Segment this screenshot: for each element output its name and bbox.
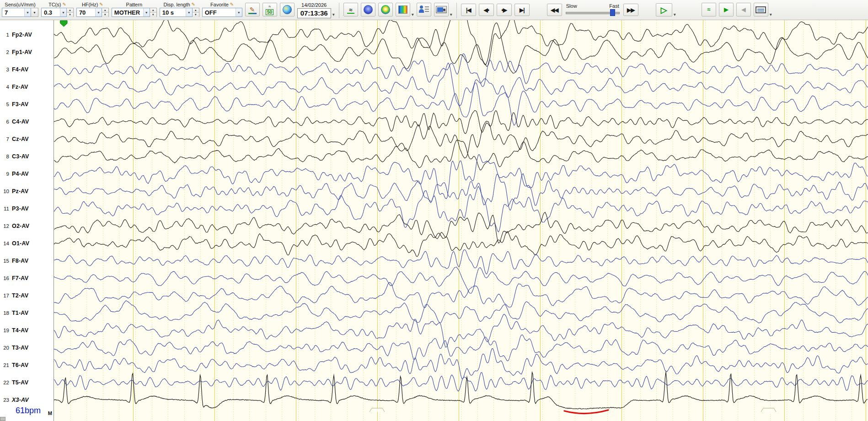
sens-group: Sens(uV/mm) 7 ▼ ▼: [2, 1, 38, 17]
heart-rate-label: 61bpm: [16, 406, 41, 416]
filter-50hz-button[interactable]: ≈ 50: [263, 3, 277, 16]
channel-row[interactable]: 2Fp1-AV: [0, 48, 54, 57]
toolbar-separator: [456, 3, 457, 18]
spin-up-icon[interactable]: ▲: [193, 8, 199, 13]
scrollbar-corner: [0, 417, 5, 421]
edit-pencil-icon: ✎: [62, 2, 66, 7]
channel-label: F7-AV: [12, 275, 28, 281]
favorite-combobox[interactable]: OFF ▼: [202, 8, 242, 17]
channel-row[interactable]: 4Fz-AV: [0, 82, 54, 92]
spin-down-icon[interactable]: ▼: [67, 13, 73, 17]
brain-map-button[interactable]: [361, 3, 375, 16]
channel-row[interactable]: 20T3-AV: [0, 343, 54, 352]
wave-icon: ≈: [268, 5, 271, 9]
more-options-caret[interactable]: ▾: [450, 12, 452, 17]
prev-disabled-button[interactable]: ◀: [736, 3, 751, 16]
channel-row[interactable]: 14O1-AV: [0, 239, 54, 248]
sens-combobox[interactable]: 7 ▼: [2, 8, 31, 17]
channel-row[interactable]: 9P4-AV: [0, 169, 54, 178]
channel-row[interactable]: 7Cz-AV: [0, 135, 54, 144]
channel-label: O1-AV: [12, 240, 29, 247]
channel-row[interactable]: 10Pz-AV: [0, 187, 54, 196]
brain-map-rainbow-icon: [381, 5, 390, 14]
disp-length-combobox[interactable]: 10 s ▼: [160, 8, 193, 17]
channel-row[interactable]: 11P3-AV: [0, 204, 54, 213]
channel-row[interactable]: 12O2-AV: [0, 221, 54, 231]
spin-down-icon[interactable]: ▼: [150, 13, 156, 17]
step-forward-button[interactable]: •▶: [497, 4, 512, 16]
channel-row[interactable]: 18T1-AV: [0, 308, 54, 318]
skip-end-button[interactable]: ▶|: [514, 4, 530, 16]
tc-combobox[interactable]: 0.3 ▼: [41, 8, 67, 17]
channel-row[interactable]: 16F7-AV: [0, 274, 54, 283]
channel-row[interactable]: 3F4-AV: [0, 65, 54, 74]
eeg-trace-canvas[interactable]: [54, 20, 868, 421]
fast-forward-icon: ▶▶: [627, 7, 634, 13]
chevron-down-icon: ▼: [236, 8, 242, 16]
dsa-trend-button[interactable]: [396, 3, 410, 16]
channel-number: 1: [0, 32, 9, 38]
pattern-combobox[interactable]: MOTHER ▼: [112, 8, 150, 17]
pattern-spinner[interactable]: ▲ ▼: [150, 8, 157, 17]
step-back-button[interactable]: ◀•: [479, 4, 494, 16]
channel-row[interactable]: 22T5-AV: [0, 378, 54, 387]
map-globe-button[interactable]: [280, 3, 295, 16]
hf-label: HF(Hz)✎: [82, 1, 103, 8]
disp-length-spinner[interactable]: ▲ ▼: [193, 8, 199, 17]
remote-monitor-button[interactable]: [754, 3, 768, 16]
spin-up-icon[interactable]: ▲: [150, 8, 156, 13]
edit-pencil-icon: ✎: [192, 2, 195, 7]
spin-up-icon[interactable]: ▲: [67, 8, 73, 13]
pattern-label: Pattern: [126, 1, 142, 8]
fast-forward-button[interactable]: ▶▶: [623, 4, 638, 16]
sens-dropdown-button[interactable]: ▼: [31, 8, 38, 17]
channel-number: 4: [0, 84, 9, 90]
channel-label: T3-AV: [12, 345, 28, 351]
chevron-down-icon: ▼: [95, 8, 102, 16]
annotation-pen-button[interactable]: ✎: [245, 3, 260, 16]
toolbar-separator: [339, 3, 339, 18]
video-button[interactable]: [434, 3, 449, 16]
channel-label: Fp1-AV: [12, 49, 32, 55]
topo-map-button[interactable]: [378, 3, 393, 16]
live-trace-button[interactable]: ≈: [702, 3, 716, 16]
channel-label: Fp2-AV: [12, 32, 32, 38]
hf-spinner[interactable]: ▲ ▼: [102, 8, 109, 17]
trace-settings-button[interactable]: ≈: [343, 3, 358, 16]
spin-down-icon[interactable]: ▼: [102, 13, 108, 17]
channel-label: O2-AV: [12, 223, 29, 229]
speed-slider-handle[interactable]: [610, 9, 615, 16]
spin-up-icon[interactable]: ▲: [102, 8, 108, 13]
rewind-button[interactable]: ◀◀: [547, 4, 562, 16]
more-options-caret[interactable]: ▾: [412, 12, 414, 17]
channel-row[interactable]: 23X3-AV: [0, 395, 54, 405]
channel-row[interactable]: 15F8-AV: [0, 256, 54, 265]
hf-combobox[interactable]: 70 ▼: [76, 8, 102, 17]
chevron-down-icon: ▼: [24, 8, 31, 16]
monitor-icon: [755, 6, 766, 13]
more-options-caret[interactable]: ▾: [674, 12, 676, 17]
skip-start-button[interactable]: |◀: [461, 4, 476, 16]
start-review-button[interactable]: ▶: [719, 3, 734, 16]
chevron-down-icon: ▼: [186, 8, 192, 16]
more-options-caret[interactable]: ▾: [332, 12, 335, 17]
patient-info-button[interactable]: [417, 3, 431, 16]
more-options-caret[interactable]: ▾: [770, 12, 772, 17]
channel-row[interactable]: 8C3-AV: [0, 152, 54, 161]
time-display[interactable]: 07:13:36: [297, 8, 331, 18]
brain-map-blue-icon: [364, 5, 373, 14]
channel-row[interactable]: 1Fp2-AV: [0, 30, 54, 39]
chevron-down-icon: ▼: [143, 8, 150, 16]
speed-slider[interactable]: [565, 9, 621, 16]
channel-row[interactable]: 19T4-AV: [0, 326, 54, 335]
channel-label: C3-AV: [12, 153, 29, 160]
green-wave-icon: ≈: [707, 6, 710, 13]
tc-spinner[interactable]: ▲ ▼: [67, 8, 74, 17]
spin-down-icon[interactable]: ▼: [193, 13, 199, 17]
play-button[interactable]: ▷: [656, 3, 672, 16]
channel-row[interactable]: 21T6-AV: [0, 361, 54, 370]
channel-row[interactable]: 17T2-AV: [0, 291, 54, 300]
marker-m-label: M: [45, 410, 52, 416]
channel-row[interactable]: 6C4-AV: [0, 117, 54, 126]
channel-row[interactable]: 5F3-AV: [0, 100, 54, 109]
